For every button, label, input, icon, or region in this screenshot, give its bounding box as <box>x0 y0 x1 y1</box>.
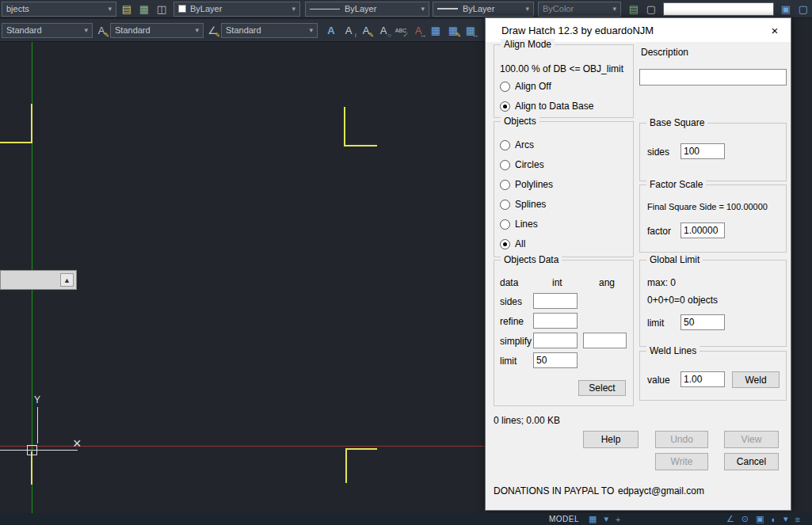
radio-align-off[interactable]: Align Off <box>500 81 551 92</box>
find-text-icon[interactable]: A○ <box>375 22 392 38</box>
refine-input[interactable] <box>533 313 578 329</box>
plotstyle-dropdown[interactable]: ByColor ▾ <box>538 2 621 17</box>
layer-previous-icon[interactable]: ◫ <box>153 1 170 17</box>
annotation-scale-icon[interactable]: ◐ <box>771 515 776 524</box>
yellow-corner-2-vertical[interactable] <box>344 107 345 146</box>
align-mode-legend: Align Mode <box>501 39 555 50</box>
select-button[interactable]: Select <box>578 380 626 396</box>
ucs-x-marker: × <box>73 436 82 451</box>
yellow-corner-3-horizontal[interactable] <box>345 448 377 450</box>
yellow-corner-1-horizontal[interactable] <box>0 142 32 143</box>
simplify-ang-input[interactable] <box>583 333 627 348</box>
chevron-down-icon: ▾ <box>522 5 529 13</box>
spell-check-icon[interactable]: ABC✓ <box>392 22 410 38</box>
collapsed-panel[interactable]: ▲ <box>0 270 77 290</box>
simplify-input[interactable] <box>533 333 578 348</box>
radio-label: Lines <box>515 219 538 230</box>
yellow-corner-3-vertical[interactable] <box>345 448 347 483</box>
limit-input[interactable] <box>533 352 578 368</box>
objects-dropdown[interactable]: bjects ▾ <box>2 2 116 17</box>
radio-arcs[interactable]: Arcs <box>500 139 534 150</box>
donation-email: edpayct@gmail.com <box>618 485 704 496</box>
edit-text-icon[interactable]: A✎ <box>357 22 375 38</box>
grid-settings-icon[interactable]: ▾ <box>604 514 608 524</box>
yellow-corner-2-horizontal[interactable] <box>344 145 377 146</box>
linetype-dropdown[interactable]: ByLayer ▾ <box>305 2 429 17</box>
list-icon[interactable]: ▤ <box>625 1 642 17</box>
radio-circles[interactable]: Circles <box>500 159 544 170</box>
sides-input[interactable] <box>533 293 578 309</box>
scale-text-icon[interactable]: A↔ <box>410 22 427 38</box>
simplify-label: simplify <box>500 336 532 347</box>
markup-icon[interactable]: ▢ <box>795 1 812 17</box>
selection-cycling-icon[interactable]: ▣ <box>756 514 764 524</box>
chevron-down-icon: ▾ <box>105 5 112 13</box>
radio-icon <box>500 101 510 112</box>
undo-button[interactable]: Undo <box>655 431 708 448</box>
grid-icon[interactable]: ▦ <box>589 514 597 524</box>
radio-align-to-database[interactable]: Align to Data Base <box>500 101 593 112</box>
weld-button[interactable]: Weld <box>732 371 780 388</box>
ucs-y-label: Y <box>34 394 40 405</box>
factor-input[interactable] <box>680 223 725 238</box>
table-edit-icon[interactable]: ▦✎ <box>444 22 462 38</box>
radio-label: Circles <box>515 159 544 170</box>
mtext-icon[interactable]: A <box>322 22 340 38</box>
chevron-down-icon: ▾ <box>81 26 88 34</box>
yellow-segment-4[interactable] <box>31 451 32 485</box>
factor-label: factor <box>647 226 671 237</box>
lineweight-dropdown-label: ByLayer <box>463 4 494 13</box>
global-limit-input[interactable] <box>680 314 725 330</box>
text-style-dropdown[interactable]: Standard ▾ <box>2 23 93 38</box>
radio-label: Align Off <box>515 81 551 92</box>
color-dropdown[interactable]: ByLayer ▾ <box>173 2 300 17</box>
dim-style-dropdown[interactable]: Standard ▾ <box>110 23 204 38</box>
table-icon[interactable]: ▦ <box>427 22 444 38</box>
radio-all[interactable]: All <box>500 238 525 249</box>
base-sides-input[interactable] <box>680 143 725 159</box>
help-button[interactable]: Help <box>583 431 639 448</box>
chevron-down-icon: ▾ <box>609 5 616 13</box>
description-input[interactable] <box>639 69 787 86</box>
linetype-sample-icon <box>310 9 340 10</box>
cancel-button[interactable]: Cancel <box>724 453 779 470</box>
sheet-set-icon[interactable]: ▣ <box>777 1 795 17</box>
ucs-origin-box <box>27 445 37 455</box>
write-button[interactable]: Write <box>655 453 708 470</box>
panel-expand-button[interactable]: ▲ <box>60 273 74 287</box>
dim-style-manager-icon[interactable]: ∠✎ <box>204 22 221 38</box>
polar-tracking-icon[interactable]: ∠ <box>726 514 734 524</box>
table-style-dropdown[interactable]: Standard ▾ <box>221 23 318 38</box>
layer-states-icon[interactable]: ▦ <box>135 1 153 17</box>
toolbar-text-field[interactable] <box>663 2 774 16</box>
layers-icon[interactable]: ▤ <box>118 1 135 17</box>
text-cursor-icon[interactable]: AI <box>340 22 357 38</box>
yellow-corner-1-vertical[interactable] <box>31 104 32 143</box>
description-label: Description <box>641 47 688 58</box>
table-cell-icon[interactable]: ▦↔ <box>462 22 479 38</box>
align-mode-info: 100.00 % of DB <= OBJ_limit <box>500 63 623 74</box>
dynamic-input-icon[interactable]: + <box>616 515 620 524</box>
radio-lines[interactable]: Lines <box>500 219 538 230</box>
lineweight-sample-icon <box>437 8 458 10</box>
text-style-manager-icon[interactable]: A✎ <box>93 22 110 38</box>
factor-scale-legend: Factor Scale <box>646 179 706 190</box>
factor-scale-group: Factor Scale <box>639 185 787 253</box>
base-sides-label: sides <box>647 146 669 158</box>
radio-icon <box>500 239 510 249</box>
radio-icon <box>500 160 510 170</box>
radio-polylines[interactable]: Polylines <box>500 179 553 190</box>
properties-icon[interactable]: ▢ <box>642 1 660 17</box>
view-button[interactable]: View <box>724 431 779 448</box>
osnap-icon[interactable]: ⊙ <box>741 514 749 524</box>
factor-scale-info: Final Square Side = 100.00000 <box>647 202 768 211</box>
model-tab[interactable]: MODEL <box>549 515 579 523</box>
lineweight-dropdown[interactable]: ByLayer ▾ <box>433 2 534 17</box>
customization-menu-icon[interactable]: ≡ <box>795 515 800 524</box>
workspace-switch-icon[interactable]: ▾ <box>783 514 788 524</box>
weld-value-input[interactable] <box>680 371 725 387</box>
col-header-ang: ang <box>599 277 615 288</box>
table-style-dropdown-label: Standard <box>226 25 261 35</box>
radio-splines[interactable]: Splines <box>500 199 546 210</box>
close-icon[interactable]: × <box>765 21 784 40</box>
